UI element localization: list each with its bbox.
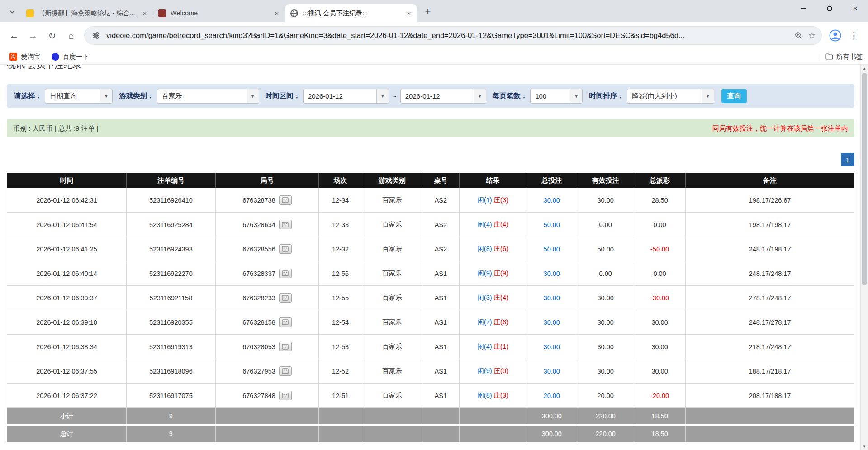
note-cell: 248.17/278.17	[686, 310, 854, 335]
sort-order-select[interactable]: 降幂(由大到小) ▼	[627, 89, 714, 104]
bet-time-cell: 2026-01-12 06:41:25	[7, 237, 127, 261]
video-replay-button[interactable]	[279, 269, 292, 278]
result-cell: 闲(9)庄(9)	[460, 261, 526, 286]
total-bet-cell[interactable]: 20.00	[526, 384, 577, 408]
video-replay-button[interactable]	[279, 244, 292, 254]
game-type-cell: 百家乐	[362, 384, 422, 408]
total-bet-cell[interactable]: 50.00	[526, 213, 577, 237]
scroll-up-icon[interactable]: ▲	[861, 65, 868, 72]
round-cell: 676328233	[215, 286, 319, 310]
browser-tab[interactable]: :::视讯 会员下注纪录::: ×	[285, 4, 417, 22]
footer-label-cell: 小计	[7, 408, 127, 425]
video-replay-button[interactable]	[279, 293, 292, 303]
valid-bet-cell: 20.00	[577, 384, 634, 408]
valid-bet-cell: 30.00	[577, 359, 634, 384]
video-replay-button[interactable]	[279, 220, 292, 229]
video-replay-button[interactable]	[279, 342, 292, 351]
footer-empty-cell	[215, 425, 319, 442]
round-number: 676327848	[242, 392, 275, 399]
result-cell: 闲(3)庄(4)	[460, 286, 526, 310]
all-bookmarks-button[interactable]: 所有书签	[819, 52, 863, 61]
valid-bet-cell: 0.00	[577, 261, 634, 286]
total-bet-cell[interactable]: 30.00	[526, 359, 577, 384]
close-button[interactable]: ×	[842, 0, 868, 17]
home-button[interactable]: ⌂	[62, 27, 80, 44]
bookmark-item[interactable]: 百度一下	[47, 51, 93, 63]
bet-id-cell: 523116920355	[127, 310, 216, 335]
video-replay-button[interactable]	[279, 391, 292, 400]
chevron-down-icon: ▼	[100, 89, 112, 103]
scroll-down-icon[interactable]: ▼	[861, 443, 868, 450]
total-bet-cell[interactable]: 30.00	[526, 335, 577, 359]
total-bet-cell[interactable]: 30.00	[526, 188, 577, 213]
bet-id-cell: 523116925284	[127, 213, 216, 237]
search-button[interactable]: 查询	[721, 89, 747, 103]
bookmark-label: 百度一下	[63, 52, 89, 61]
page-button-1[interactable]: 1	[841, 153, 854, 166]
minimize-button[interactable]	[791, 0, 816, 17]
forward-button[interactable]: →	[24, 27, 42, 44]
bet-id-cell: 523116921158	[127, 286, 216, 310]
filter-label-sort: 时间排序：	[589, 91, 624, 101]
table-no-cell: AS1	[422, 286, 459, 310]
scrollbar-thumb[interactable]	[862, 73, 867, 285]
note-cell: 248.17/198.17	[686, 237, 854, 261]
bet-time-cell: 2026-01-12 06:41:54	[7, 213, 127, 237]
player-result: 闲(4)	[477, 343, 492, 350]
round-cell: 676328053	[215, 335, 319, 359]
tab-search-button[interactable]	[5, 5, 19, 19]
table-no-cell: AS1	[422, 335, 459, 359]
pagination: 1	[7, 153, 854, 166]
reload-button[interactable]: ↻	[43, 27, 61, 44]
total-bet-cell[interactable]: 30.00	[526, 286, 577, 310]
date-end-select[interactable]: 2026-01-12 ▼	[400, 89, 486, 104]
table-row: 2026-01-12 06:39:37523116921158676328233…	[7, 286, 854, 310]
site-settings-icon[interactable]	[89, 29, 103, 43]
footer-valid-bet-cell: 220.00	[577, 425, 634, 442]
video-replay-button[interactable]	[279, 366, 292, 376]
vertical-scrollbar[interactable]: ▲ ▼	[860, 65, 868, 450]
total-bet-cell[interactable]: 30.00	[526, 310, 577, 335]
footer-empty-cell	[319, 408, 362, 425]
result-cell: 闲(1)庄(3)	[460, 188, 526, 213]
footer-total-bet-cell: 300.00	[526, 425, 577, 442]
summary-bar: 币别 : 人民币 | 总共 :9 注单 | 同局有效投注，统一计算在该局第一张注…	[7, 119, 854, 137]
bookmark-item[interactable]: 淘 爱淘宝	[5, 51, 45, 63]
round-cell: 676328337	[215, 261, 319, 286]
close-icon[interactable]: ×	[140, 9, 149, 18]
payout-cell: -50.00	[634, 237, 685, 261]
close-icon[interactable]: ×	[404, 9, 413, 18]
date-start-value: 2026-01-12	[304, 89, 376, 103]
back-button[interactable]: ←	[5, 27, 23, 44]
banker-result: 庄(4)	[494, 294, 508, 301]
bet-id-cell: 523116919313	[127, 335, 216, 359]
browser-tab[interactable]: 【新提醒】海燕策略论坛 - 综合... ×	[21, 4, 153, 22]
column-header: 总投注	[526, 173, 577, 188]
game-type-cell: 百家乐	[362, 286, 422, 310]
browser-tab[interactable]: Welcome ×	[153, 4, 285, 22]
maximize-button[interactable]	[816, 0, 842, 17]
profile-avatar[interactable]	[826, 27, 844, 44]
all-bookmarks-label: 所有书签	[836, 52, 863, 61]
new-tab-button[interactable]: +	[421, 4, 435, 19]
footer-note-cell	[686, 425, 854, 442]
video-replay-button[interactable]	[279, 195, 292, 205]
menu-kebab-icon[interactable]: ⋮	[845, 27, 863, 44]
total-bet-cell[interactable]: 50.00	[526, 237, 577, 261]
session-cell: 12-55	[319, 286, 362, 310]
query-type-select[interactable]: 日期查询 ▼	[45, 89, 113, 104]
total-bet-cell[interactable]: 30.00	[526, 261, 577, 286]
per-page-select[interactable]: 100 ▼	[530, 89, 583, 104]
table-row: 2026-01-12 06:40:14523116922270676328337…	[7, 261, 854, 286]
bet-time-cell: 2026-01-12 06:37:22	[7, 384, 127, 408]
table-no-cell: AS1	[422, 359, 459, 384]
date-range-separator: ~	[393, 92, 397, 100]
url-text[interactable]: videoie.com/game/betrecord_search/kind3?…	[106, 31, 787, 40]
video-replay-button[interactable]	[279, 317, 292, 327]
zoom-icon[interactable]	[792, 29, 805, 43]
close-icon[interactable]: ×	[272, 9, 281, 18]
bookmark-star-icon[interactable]: ☆	[805, 29, 819, 43]
date-start-select[interactable]: 2026-01-12 ▼	[303, 89, 389, 104]
address-bar[interactable]: videoie.com/game/betrecord_search/kind3?…	[84, 26, 822, 45]
game-type-select[interactable]: 百家乐 ▼	[157, 89, 259, 104]
